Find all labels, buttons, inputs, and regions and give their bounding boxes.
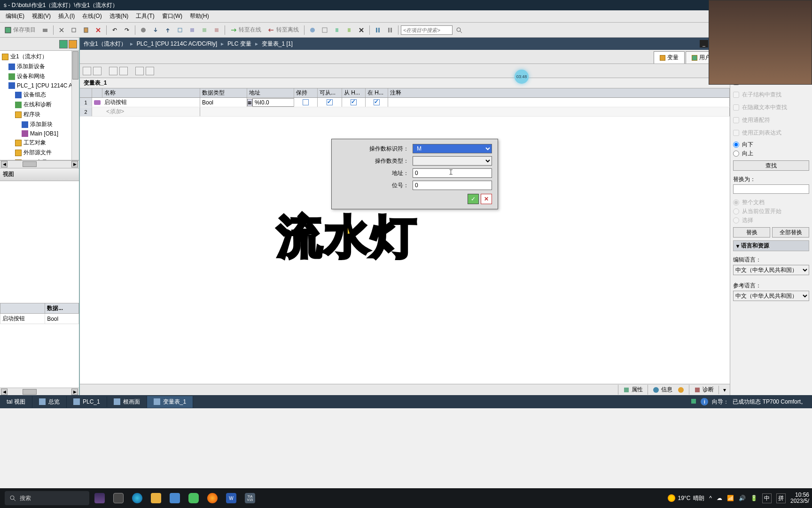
taskbar-castle-icon[interactable] bbox=[91, 490, 108, 507]
regex-checkbox[interactable] bbox=[733, 130, 739, 136]
tree-program-blocks[interactable]: 程序块 bbox=[0, 110, 79, 119]
weather-widget[interactable]: 19°C 晴朗 bbox=[668, 494, 705, 502]
operand-id-select[interactable]: M bbox=[413, 144, 492, 153]
menu-window[interactable]: 窗口(W) bbox=[158, 11, 186, 21]
t6-button[interactable] bbox=[211, 24, 222, 36]
tree-external-source[interactable]: 外部源文件 bbox=[0, 148, 79, 158]
tray-volume-icon[interactable]: 🔊 bbox=[739, 495, 746, 501]
print-button[interactable] bbox=[39, 24, 51, 36]
cell-dtype[interactable]: Bool bbox=[200, 98, 247, 107]
col-comment[interactable]: 注释 bbox=[388, 88, 730, 97]
go-offline-button[interactable]: 转至离线 bbox=[265, 25, 302, 35]
table-row[interactable]: 1 启动按钮 Bool ▦ ▼ bbox=[80, 98, 730, 107]
addr-picker-icon[interactable]: ▦ bbox=[247, 99, 252, 106]
t10-button[interactable] bbox=[344, 24, 355, 36]
tray-battery-icon[interactable]: 🔋 bbox=[750, 495, 757, 501]
detail-col-type[interactable]: 数据... bbox=[45, 303, 79, 314]
detail-col-name[interactable] bbox=[0, 303, 45, 314]
menu-edit[interactable]: 编辑(E) bbox=[2, 11, 28, 21]
tree-add-block[interactable]: 添加新块 bbox=[0, 119, 79, 129]
cell-retain[interactable] bbox=[294, 98, 318, 107]
find-button[interactable]: 查找 bbox=[733, 160, 809, 171]
menu-insert[interactable]: 插入(I) bbox=[55, 11, 78, 21]
col-inh[interactable]: 在 H... bbox=[366, 88, 388, 97]
inspector-expand-button[interactable]: ▾ bbox=[718, 386, 730, 394]
t4-button[interactable] bbox=[187, 24, 198, 36]
taskbar-clock[interactable]: 10:56 2023/5/ bbox=[790, 492, 809, 504]
col-retain[interactable]: 保持 bbox=[294, 88, 318, 97]
taskbar-store-icon[interactable] bbox=[166, 490, 183, 507]
t12-button[interactable] bbox=[372, 24, 383, 36]
tree-hscroll[interactable]: ◀▶ bbox=[0, 160, 79, 168]
dir-up-radio[interactable]: 向上 bbox=[733, 150, 809, 158]
menu-view[interactable]: 视图(V) bbox=[28, 11, 55, 21]
tree-device-config[interactable]: 设备组态 bbox=[0, 90, 79, 100]
taskbar-explorer-icon[interactable] bbox=[148, 490, 164, 507]
opt-wildcard[interactable]: 使用通配符 bbox=[733, 115, 809, 125]
ref-lang-select[interactable]: 中文（中华人民共和国） bbox=[733, 291, 809, 301]
project-search-input[interactable] bbox=[401, 25, 453, 35]
taskbar-tia-icon[interactable]: TIAV15 bbox=[242, 490, 258, 507]
taskbar-taskview-icon[interactable] bbox=[110, 490, 127, 507]
tab-tagtable[interactable]: 变量表_1 bbox=[147, 396, 193, 408]
redo-button[interactable]: ↷ bbox=[121, 24, 133, 36]
opt-regex[interactable]: 使用正则表达式 bbox=[733, 128, 809, 138]
col-name[interactable]: 名称 bbox=[102, 88, 200, 97]
t11-button[interactable] bbox=[356, 24, 367, 36]
et-icon-6[interactable] bbox=[146, 67, 154, 75]
col-fromh[interactable]: 从 H... bbox=[342, 88, 366, 97]
undo-button[interactable]: ↶ bbox=[109, 24, 120, 36]
tree-online-diag[interactable]: 在线和诊断 bbox=[0, 100, 79, 110]
cell-name[interactable]: 启动按钮 bbox=[102, 98, 200, 107]
et-icon-3[interactable] bbox=[109, 67, 117, 75]
simulate-button[interactable] bbox=[174, 24, 186, 36]
t7-button[interactable] bbox=[307, 24, 318, 36]
tree-plc-tags[interactable]: PLC 变量 bbox=[0, 158, 79, 160]
opt-hidden[interactable]: 在隐藏文本中查找 bbox=[733, 103, 809, 112]
operand-type-select[interactable] bbox=[413, 156, 492, 166]
search-button[interactable] bbox=[453, 24, 465, 36]
fromh-checkbox[interactable] bbox=[351, 99, 357, 105]
tab-portal-view[interactable]: tal 视图 bbox=[0, 396, 32, 408]
addr-field[interactable] bbox=[413, 168, 492, 178]
scope-doc-radio[interactable]: 整个文档 bbox=[733, 198, 809, 206]
cell-fromh[interactable] bbox=[342, 98, 366, 107]
cell-inh[interactable] bbox=[366, 98, 388, 107]
tree-main-ob1[interactable]: Main [OB1] bbox=[0, 129, 79, 138]
t13-button[interactable] bbox=[384, 24, 396, 36]
et-icon-5[interactable] bbox=[135, 67, 144, 75]
col-dtype[interactable]: 数据类型 bbox=[200, 88, 247, 97]
taskbar-firefox-icon[interactable] bbox=[204, 490, 221, 507]
scope-cursor-radio[interactable]: 从当前位置开始 bbox=[733, 207, 809, 215]
taskbar-search[interactable]: 搜索 bbox=[5, 491, 89, 505]
tray-chevron-icon[interactable]: ^ bbox=[709, 495, 712, 501]
t8-button[interactable] bbox=[319, 24, 330, 36]
t5-button[interactable] bbox=[199, 24, 210, 36]
t9-button[interactable] bbox=[331, 24, 343, 36]
detail-cell-type[interactable]: Bool bbox=[45, 314, 79, 324]
tray-wifi-icon[interactable]: 📶 bbox=[727, 495, 734, 501]
replace-button[interactable]: 替换 bbox=[733, 227, 770, 238]
wildcard-checkbox[interactable] bbox=[733, 117, 739, 123]
dir-down-radio[interactable]: 向下 bbox=[733, 141, 809, 149]
save-project-button[interactable]: 保存项目 bbox=[2, 25, 39, 35]
col-accfrom[interactable]: 可从... bbox=[318, 88, 342, 97]
replace-all-button[interactable]: 全部替换 bbox=[772, 227, 809, 238]
ime-mode[interactable]: 拼 bbox=[776, 493, 786, 503]
et-icon-4[interactable] bbox=[119, 67, 128, 75]
nav-view-icon[interactable] bbox=[59, 40, 68, 48]
ime-lang[interactable]: 中 bbox=[762, 493, 772, 503]
menu-tools[interactable]: 工具(T) bbox=[132, 11, 158, 21]
tree-devices-networks[interactable]: 设备和网络 bbox=[0, 71, 79, 81]
tab-overview[interactable]: 总览 bbox=[32, 396, 67, 408]
accfrom-checkbox[interactable] bbox=[327, 99, 333, 105]
minimize-button[interactable]: _ bbox=[700, 40, 708, 48]
tree-add-device[interactable]: 添加新设备 bbox=[0, 62, 79, 71]
et-icon-2[interactable] bbox=[93, 67, 102, 75]
breadcrumb-seg-0[interactable]: 作业1（流水灯） bbox=[84, 40, 126, 48]
tray-onedrive-icon[interactable]: ☁ bbox=[717, 495, 722, 501]
hidden-checkbox[interactable] bbox=[733, 104, 739, 111]
cell-comment[interactable] bbox=[388, 98, 730, 107]
tab-variables[interactable]: 变量 bbox=[654, 51, 685, 64]
et-icon-1[interactable] bbox=[83, 67, 91, 75]
